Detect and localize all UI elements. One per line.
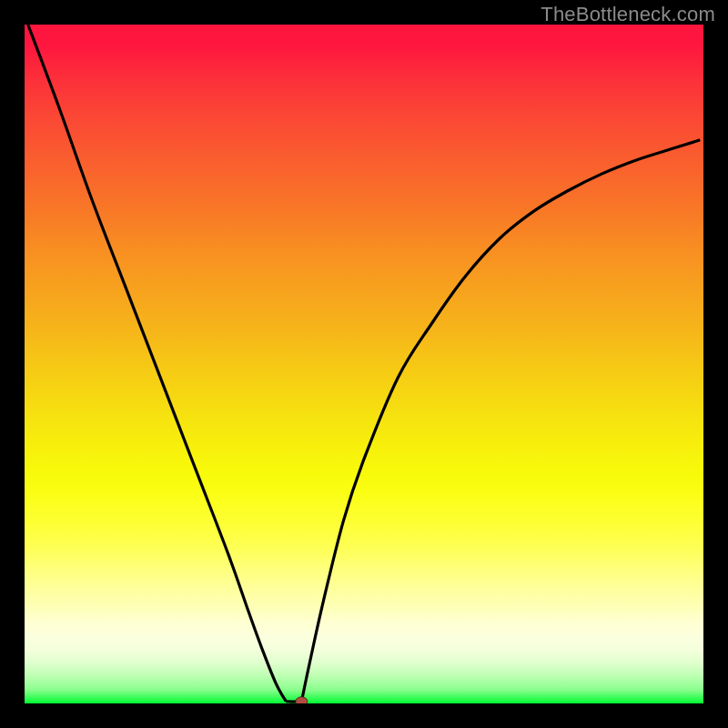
path-left-branch	[28, 25, 286, 702]
chart-frame: TheBottleneck.com	[0, 0, 728, 728]
watermark-text: TheBottleneck.com	[541, 3, 715, 26]
path-right-branch	[301, 140, 700, 702]
plot-area	[25, 25, 703, 703]
optimal-point-marker	[296, 697, 308, 703]
curve-svg	[25, 25, 703, 703]
